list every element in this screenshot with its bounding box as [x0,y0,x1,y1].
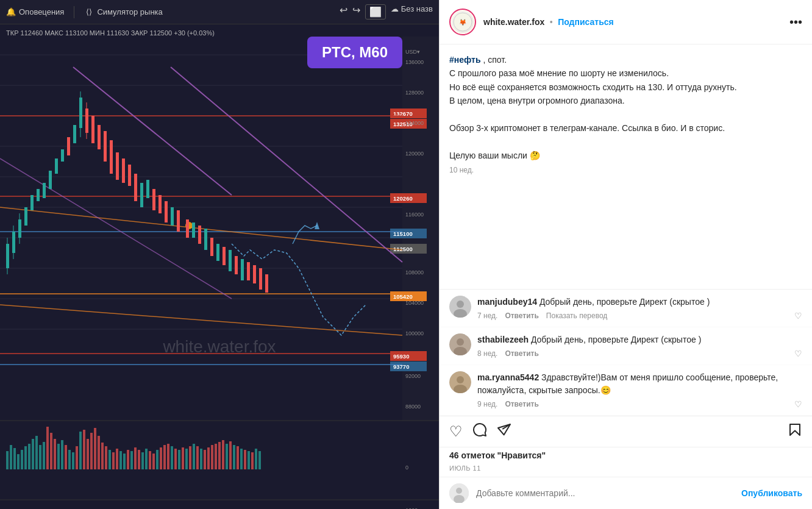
chart-panel: 🔔 Оповецения ⟨⟩ Симулятор рынка ↩ ↪ ⬜ ☁ … [0,0,439,509]
svg-rect-162 [226,444,228,469]
ig-comment-avatar-3[interactable] [449,371,471,393]
svg-rect-88 [204,229,207,250]
svg-rect-102 [6,451,9,469]
ig-caption-text: #нефть , спот. С прошлого раза моё мнени… [449,53,802,162]
ig-comment-content-2: sthabilezeeh Добрый день, проверьте Дире… [477,333,802,358]
svg-rect-124 [87,439,89,469]
ig-likes-section: 46 отметок "Нравится" [440,447,812,463]
svg-rect-146 [167,444,169,469]
svg-rect-148 [174,449,177,469]
svg-text:USD▾: USD▾ [405,49,420,55]
svg-rect-62 [61,149,64,162]
svg-text:0: 0 [405,465,408,471]
simulator-button[interactable]: ⟨⟩ Симулятор рынка [84,7,162,17]
svg-rect-169 [251,452,254,469]
ig-share-button[interactable] [497,422,511,441]
svg-text:108000: 108000 [405,269,424,276]
ig-caption-area: #нефть , спот. С прошлого раза моё мнени… [440,44,812,290]
svg-rect-97 [259,268,262,290]
svg-text:124000: 124000 [405,120,424,126]
svg-rect-159 [215,444,217,469]
ig-comment-translate-1[interactable]: Показать перевод [546,311,608,320]
svg-rect-132 [116,449,118,469]
svg-rect-115 [54,439,56,469]
chart-svg: 132670 132510 120260 115100 112500 10542… [0,24,439,509]
ig-comment-text-3: ma.ryanna5442 Здравствуйте!)Вам от меня … [477,371,802,397]
svg-rect-110 [35,436,38,469]
svg-rect-61 [55,158,58,174]
svg-rect-142 [152,454,155,469]
svg-rect-112 [43,442,45,469]
svg-rect-163 [229,441,232,469]
chart-toolbar: 🔔 Оповецения ⟨⟩ Симулятор рынка ↩ ↪ ⬜ ☁ … [0,0,439,24]
ig-username[interactable]: white.water.fox [483,17,544,27]
forward-button[interactable]: ↪ [352,4,360,20]
svg-rect-161 [222,440,224,469]
ig-hashtag-neft[interactable]: #нефть [449,55,481,65]
ig-comment-avatar-2[interactable] [449,333,471,355]
ig-follow-button[interactable]: Подписаться [558,17,614,27]
svg-point-217 [456,488,462,494]
svg-rect-92 [229,250,232,271]
ig-avatar[interactable]: 🦊 [449,9,476,35]
svg-point-208 [457,338,464,346]
svg-rect-116 [57,444,60,469]
ig-commenter-name-3[interactable]: ma.ryanna5442 [477,372,539,382]
svg-rect-117 [61,440,63,469]
svg-rect-120 [72,452,74,469]
ig-bookmark-button[interactable] [788,422,802,441]
back-button[interactable]: ↩ [340,4,347,20]
fullscreen-button[interactable]: ⬜ [365,4,386,20]
ig-post-date: ИЮЛЬ 11 [440,463,812,477]
svg-rect-135 [127,450,129,469]
ig-comment-meta-3: 9 нед. Ответить ♡ [477,399,802,409]
ig-header: 🦊 white.water.fox • Подписаться ••• [440,0,812,44]
ig-avatar-inner: 🦊 [452,11,474,33]
ig-comment-button[interactable] [472,422,487,441]
svg-rect-73 [116,152,119,180]
ig-like-button[interactable]: ♡ [449,423,463,440]
ig-comment-like-2[interactable]: ♡ [794,349,802,358]
svg-rect-167 [244,450,246,469]
bell-icon: 🔔 [6,7,16,17]
svg-rect-151 [185,449,188,469]
ig-comment-reply-3[interactable]: Ответить [505,400,538,408]
ig-comment-input-field[interactable] [476,488,734,498]
ig-publish-button[interactable]: Опубликовать [741,488,802,498]
toolbar-nav: ↩ ↪ ⬜ ☁ Без назв [340,4,433,20]
ig-comment-time-3: 9 нед. [477,400,497,408]
svg-rect-109 [32,439,34,469]
svg-rect-82 [171,207,174,226]
chart-watermark: white.water.fox [163,337,276,357]
ig-comment-time-2: 8 нед. [477,349,497,358]
svg-rect-127 [98,436,100,469]
ig-comment-like-1[interactable]: ♡ [794,311,802,321]
ig-more-button[interactable]: ••• [789,15,802,29]
svg-rect-58 [37,189,40,201]
svg-rect-160 [218,442,221,469]
ig-comment-like-3[interactable]: ♡ [794,399,802,409]
ig-comment-reply-1[interactable]: Ответить [505,311,538,320]
ig-commenter-name-1[interactable]: manjudubey14 [477,297,537,307]
ig-comment-1: manjudubey14 Добрый день, проверьте Дире… [440,290,812,327]
ig-comment-reply-2[interactable]: Ответить [505,349,538,358]
svg-rect-144 [160,447,162,469]
svg-rect-129 [105,446,107,469]
svg-rect-155 [200,449,202,469]
ig-comment-avatar-1[interactable] [449,296,471,318]
ig-likes-count[interactable]: 46 отметок "Нравится" [449,450,546,460]
alerts-button[interactable]: 🔔 Оповецения [6,7,64,17]
svg-rect-76 [134,174,137,201]
svg-rect-143 [156,450,158,469]
svg-rect-147 [171,446,173,469]
svg-rect-131 [112,452,115,469]
ig-commenter-name-2[interactable]: sthabilezeeh [477,335,529,344]
svg-rect-158 [211,445,213,469]
svg-text:136000: 136000 [405,59,424,65]
save-button[interactable]: ☁ Без назв [391,4,433,20]
svg-rect-107 [24,446,27,469]
svg-point-205 [457,301,464,308]
svg-text:120000: 120000 [405,151,424,157]
svg-rect-126 [94,428,96,469]
svg-text:104000: 104000 [405,300,424,306]
